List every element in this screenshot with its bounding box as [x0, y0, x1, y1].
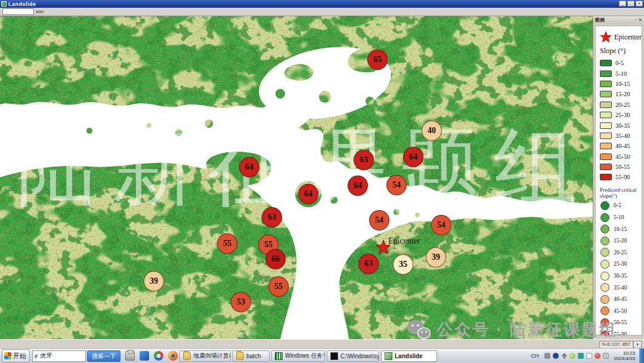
map-region: 陆新征课题组 654064636464546463545455556663353…	[0, 16, 644, 339]
slope-legend-row: 15-20	[600, 89, 642, 99]
powershell-icon[interactable]	[140, 351, 149, 361]
slope-legend-row: 40-45	[600, 141, 642, 151]
slope-marker: 64	[348, 176, 368, 196]
red-app-tray-icon[interactable]	[595, 353, 600, 359]
maximize-button[interactable]: □	[627, 1, 634, 7]
slope-label: 15-20	[615, 91, 630, 97]
toolbar-combobox[interactable]	[2, 8, 34, 15]
start-button-label: 开始	[13, 352, 26, 361]
minimize-button[interactable]: _	[619, 1, 626, 7]
globe-tray-icon[interactable]	[553, 353, 559, 359]
predicted-legend-row: 40-45	[600, 293, 642, 305]
security-green-tray-icon[interactable]	[569, 353, 575, 359]
predicted-label: 40-45	[614, 296, 627, 302]
legend-panel-title: 图例	[595, 17, 633, 23]
close-panel-icon[interactable]: ✕	[638, 17, 642, 23]
slope-legend-row: 45-50	[600, 152, 642, 162]
title-bar: Landslide	[0, 0, 644, 8]
clock-time: 10:23	[614, 350, 635, 356]
tray-clock[interactable]: 10:23 2024/4/15	[614, 350, 635, 361]
slope-swatch	[600, 153, 612, 160]
firefox-icon[interactable]	[168, 351, 178, 361]
predicted-swatch	[600, 260, 609, 269]
clock-date: 2024/4/15	[614, 356, 635, 361]
predicted-label: 25-30	[614, 261, 627, 267]
teal-app-tray-icon[interactable]	[578, 353, 584, 359]
ie-icon: e	[35, 352, 38, 361]
slope-swatch	[600, 164, 612, 170]
show-desktop-button[interactable]	[639, 349, 644, 363]
predicted-label: 0-5	[614, 202, 621, 208]
flag-tray-icon[interactable]	[586, 353, 592, 359]
slope-marker: 54	[431, 215, 451, 235]
close-button[interactable]: ×	[636, 1, 643, 7]
taskbar-button[interactable]: Windows 任务管理器	[271, 350, 325, 362]
slope-legend-row: 30-35	[600, 120, 642, 130]
toolbar: ster	[0, 8, 644, 16]
slope-marker: 53	[231, 292, 251, 312]
predicted-legend-row: 15-20	[600, 235, 642, 247]
tray-icons	[542, 353, 609, 359]
taskbar-button[interactable]: 地震倒塌计算程序...	[179, 350, 231, 362]
network-tray-icon[interactable]	[544, 353, 550, 359]
search-input[interactable]: e 虎牙	[32, 350, 86, 362]
folder-icon	[183, 352, 191, 360]
predicted-legend-row: 10-15	[600, 223, 642, 235]
taskbar-search-widget: e 虎牙 搜索一下	[32, 350, 120, 362]
predicted-label: 20-25	[614, 250, 627, 256]
wechat-icon	[407, 319, 431, 340]
search-button[interactable]: 搜索一下	[87, 350, 120, 362]
pin-icon[interactable]: ▫	[634, 17, 636, 23]
taskbar-button[interactable]: C:\Windows\syste...	[327, 350, 379, 362]
predicted-legend-row: 35-40	[600, 282, 642, 294]
slope-marker: 64	[403, 147, 423, 167]
predicted-legend-row: 45-50	[600, 305, 642, 317]
toolbar-label: ster	[36, 9, 44, 14]
landslide-icon	[385, 352, 392, 360]
color-rings-icon[interactable]	[154, 351, 163, 361]
taskbar-button[interactable]: Landslide	[381, 350, 437, 362]
predicted-swatch	[600, 201, 609, 210]
slope-swatch	[600, 81, 612, 87]
predicted-title-line2: slope(°)	[600, 193, 642, 199]
taskbar-button-label: batch	[246, 353, 261, 359]
display-tray-icon[interactable]	[603, 353, 609, 359]
predicted-legend-row: 30-35	[600, 270, 642, 282]
predicted-label: 45-50	[614, 308, 627, 314]
window-controls: _ □ ×	[619, 1, 643, 7]
map-canvas[interactable]	[0, 16, 644, 339]
slope-swatch	[600, 174, 612, 180]
legend-epicenter-row: Epicenter	[600, 30, 642, 44]
slope-marker: 54	[386, 175, 407, 195]
predicted-swatch	[600, 272, 609, 281]
slope-marker: 40	[422, 121, 442, 141]
windows-flag-icon	[4, 352, 11, 359]
bottom-watermark-text: 公众号 · 陆新征课题组	[436, 319, 617, 340]
slope-marker: 35	[393, 254, 413, 275]
start-button[interactable]: 开始	[2, 349, 30, 362]
usb-tray-icon[interactable]	[561, 353, 567, 359]
legend-panel-header: 图例 ▫ ✕	[593, 16, 644, 24]
slope-legend-title: Slope (°)	[600, 47, 642, 56]
app-icon	[1, 1, 7, 7]
printer-icon[interactable]	[125, 351, 135, 361]
window-title: Landslide	[8, 1, 36, 7]
slope-legend-row: 20-25	[600, 100, 642, 110]
predicted-swatch	[600, 283, 609, 292]
slope-label: 45-50	[615, 153, 630, 160]
epicenter-legend-label: Epicenter	[614, 33, 642, 42]
slope-legend-row: 0-5	[600, 58, 642, 68]
search-input-value: 虎牙	[40, 352, 52, 360]
taskbar: 开始 e 虎牙 搜索一下 地震倒塌计算程序...batchWindows 任务管…	[0, 348, 644, 363]
predicted-swatch	[600, 306, 609, 315]
slope-marker: 63	[354, 150, 374, 170]
taskbar-button-label: Windows 任务管理器	[285, 352, 325, 360]
predicted-swatch	[600, 248, 609, 257]
predicted-label: 15-20	[614, 238, 627, 244]
bottom-watermark: 公众号 · 陆新征课题组	[407, 319, 617, 340]
language-indicator[interactable]: CH	[531, 353, 538, 359]
slope-marker: 55	[217, 233, 237, 254]
taskbar-button-label: 地震倒塌计算程序...	[193, 352, 231, 360]
taskbar-button[interactable]: batch	[233, 350, 270, 362]
predicted-legend-list: 0-55-1010-1515-2020-2525-3030-3535-4040-…	[600, 200, 642, 336]
